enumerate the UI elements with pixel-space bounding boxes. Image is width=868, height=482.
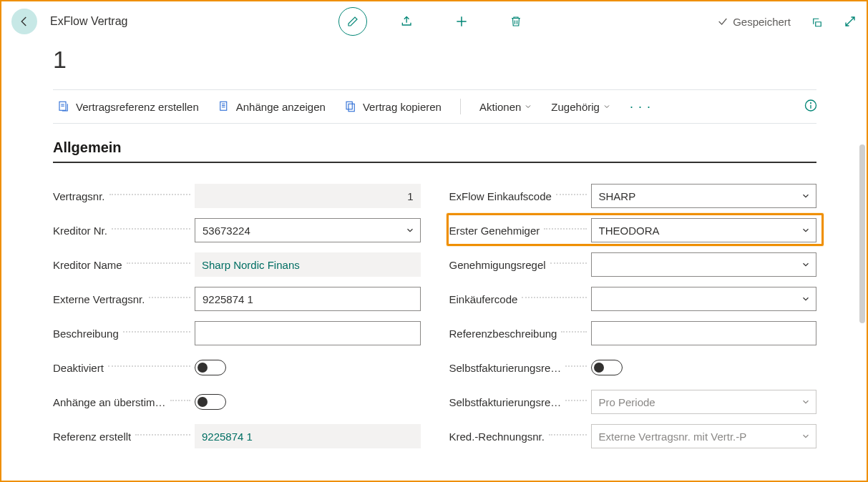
label: Einkäufercode bbox=[449, 293, 518, 305]
label: Externe Vertragsnr. bbox=[53, 293, 145, 305]
expand-icon bbox=[844, 15, 857, 28]
row-beschreibung: Beschreibung bbox=[53, 316, 421, 350]
vertragsnr-value: 1 bbox=[195, 184, 421, 208]
row-vertragsnr: Vertragsnr. 1 bbox=[53, 179, 421, 213]
popout-button[interactable] bbox=[811, 7, 824, 36]
row-deaktiviert: Deaktiviert bbox=[53, 350, 421, 385]
label: Referenzbeschreibung bbox=[449, 328, 557, 340]
saved-label: Gespeichert bbox=[733, 16, 791, 28]
edit-button[interactable] bbox=[338, 7, 367, 36]
row-referenzbeschreibung: Referenzbeschreibung bbox=[449, 316, 817, 350]
related-menu[interactable]: Zugehörig bbox=[551, 101, 611, 113]
row-ext-vertragsnr: Externe Vertragsnr. bbox=[53, 282, 421, 316]
menu-label: Zugehörig bbox=[551, 101, 600, 113]
label: Kreditor Nr. bbox=[53, 225, 107, 237]
label: ExFlow Einkaufscode bbox=[449, 190, 552, 202]
label: Genehmigungsregel bbox=[449, 259, 546, 271]
page-root: ExFlow Vertrag Gespeichert bbox=[0, 0, 868, 482]
chevron-down-icon bbox=[524, 102, 532, 111]
genehmigungsregel-input[interactable] bbox=[591, 252, 817, 277]
content: 1 Vertragsreferenz erstellen Anhänge anz… bbox=[1, 46, 867, 453]
label: Selbstfakturierungsre… bbox=[449, 396, 562, 408]
label: Erster Genehmiger bbox=[449, 225, 540, 237]
label: Selbstfakturierungsre… bbox=[449, 362, 562, 374]
svg-rect-1 bbox=[220, 102, 227, 110]
action-label: Anhänge anzeigen bbox=[236, 101, 326, 113]
page-type: ExFlow Vertrag bbox=[50, 15, 127, 28]
popout-icon bbox=[811, 15, 824, 28]
row-kreditor-name: Kreditor Name Sharp Nordic Finans bbox=[53, 247, 421, 282]
menu-label: Aktionen bbox=[479, 101, 521, 113]
copy-contract-action[interactable]: Vertrag kopieren bbox=[344, 100, 442, 113]
einkaeufercode-input[interactable] bbox=[591, 287, 817, 311]
selbstfakt-toggle[interactable] bbox=[591, 360, 623, 375]
saved-indicator: Gespeichert bbox=[717, 16, 791, 28]
kreditor-nr-input[interactable] bbox=[195, 218, 421, 242]
label: Kreditor Name bbox=[53, 259, 122, 271]
info-button[interactable] bbox=[804, 99, 818, 115]
plus-icon bbox=[454, 14, 469, 29]
header-right: Gespeichert bbox=[717, 7, 857, 36]
right-column: ExFlow Einkaufscode Erster Genehmiger bbox=[449, 179, 817, 453]
row-genehmigungsregel: Genehmigungsregel bbox=[449, 247, 817, 282]
attachment-icon bbox=[218, 100, 230, 113]
info-icon bbox=[804, 99, 818, 113]
deaktiviert-toggle[interactable] bbox=[195, 360, 226, 375]
share-button[interactable] bbox=[393, 7, 421, 36]
section-heading: Allgemein bbox=[53, 139, 816, 163]
action-bar: Vertragsreferenz erstellen Anhänge anzei… bbox=[53, 89, 824, 124]
referenzbeschreibung-input[interactable] bbox=[591, 321, 817, 345]
document-link-icon bbox=[57, 100, 70, 113]
erster-genehmiger-input[interactable] bbox=[591, 218, 817, 242]
fullscreen-button[interactable] bbox=[844, 7, 857, 36]
label: Deaktiviert bbox=[53, 362, 104, 374]
show-attachments-action[interactable]: Anhänge anzeigen bbox=[218, 100, 326, 113]
more-actions[interactable]: · · · bbox=[630, 99, 651, 114]
separator bbox=[460, 99, 461, 114]
delete-button[interactable] bbox=[502, 7, 530, 36]
row-selbstfakt-re2: Selbstfakturierungsre… bbox=[449, 385, 817, 419]
form-area: Vertragsnr. 1 Kreditor Nr. Kreditor Name bbox=[53, 179, 816, 453]
exflow-ekcode-input[interactable] bbox=[591, 184, 817, 208]
scrollbar[interactable] bbox=[859, 144, 865, 323]
ext-vertragsnr-input[interactable] bbox=[195, 287, 421, 311]
actions-menu[interactable]: Aktionen bbox=[479, 101, 532, 113]
label: Referenz erstellt bbox=[53, 431, 131, 443]
copy-icon bbox=[344, 100, 357, 113]
svg-rect-2 bbox=[346, 102, 352, 109]
anh-ueberstim-toggle[interactable] bbox=[195, 394, 226, 410]
row-kreditor-nr: Kreditor Nr. bbox=[53, 213, 421, 247]
trash-icon bbox=[509, 14, 522, 29]
svg-point-5 bbox=[811, 103, 811, 104]
row-erster-genehmiger: Erster Genehmiger bbox=[449, 213, 817, 247]
referenz-erstellt-value[interactable]: 9225874 1 bbox=[195, 424, 421, 448]
action-label: Vertragsreferenz erstellen bbox=[76, 101, 199, 113]
action-label: Vertrag kopieren bbox=[363, 101, 442, 113]
row-anhaenge-ueberstim: Anhänge an überstim… bbox=[53, 385, 421, 419]
label: Anhänge an überstim… bbox=[53, 396, 166, 408]
page-title: 1 bbox=[53, 46, 824, 74]
row-einkaeufercode: Einkäufercode bbox=[449, 282, 817, 316]
beschreibung-input[interactable] bbox=[195, 321, 421, 345]
selbstfakt-periode-input[interactable] bbox=[591, 390, 817, 414]
back-button[interactable] bbox=[11, 9, 37, 34]
pencil-icon bbox=[346, 15, 359, 28]
left-column: Vertragsnr. 1 Kreditor Nr. Kreditor Name bbox=[53, 179, 421, 453]
label: Beschreibung bbox=[53, 328, 119, 340]
svg-rect-3 bbox=[348, 104, 354, 112]
kred-rechnungsnr-input[interactable] bbox=[591, 424, 817, 448]
row-exflow-einkaufscode: ExFlow Einkaufscode bbox=[449, 179, 817, 213]
row-kred-rechnungsnr: Kred.-Rechnungsnr. bbox=[449, 419, 817, 453]
row-referenz-erstellt: Referenz erstellt 9225874 1 bbox=[53, 419, 421, 453]
label: Vertragsnr. bbox=[53, 190, 105, 202]
row-selbstfakt-re1: Selbstfakturierungsre… bbox=[449, 350, 817, 385]
check-icon bbox=[717, 16, 728, 27]
label: Kred.-Rechnungsnr. bbox=[449, 431, 545, 443]
chevron-down-icon bbox=[603, 102, 611, 111]
create-reference-action[interactable]: Vertragsreferenz erstellen bbox=[57, 100, 199, 113]
share-icon bbox=[400, 14, 414, 29]
new-button[interactable] bbox=[447, 7, 476, 36]
header: ExFlow Vertrag Gespeichert bbox=[1, 1, 867, 41]
back-arrow-icon bbox=[18, 15, 31, 28]
kreditor-name-value[interactable]: Sharp Nordic Finans bbox=[195, 252, 421, 277]
